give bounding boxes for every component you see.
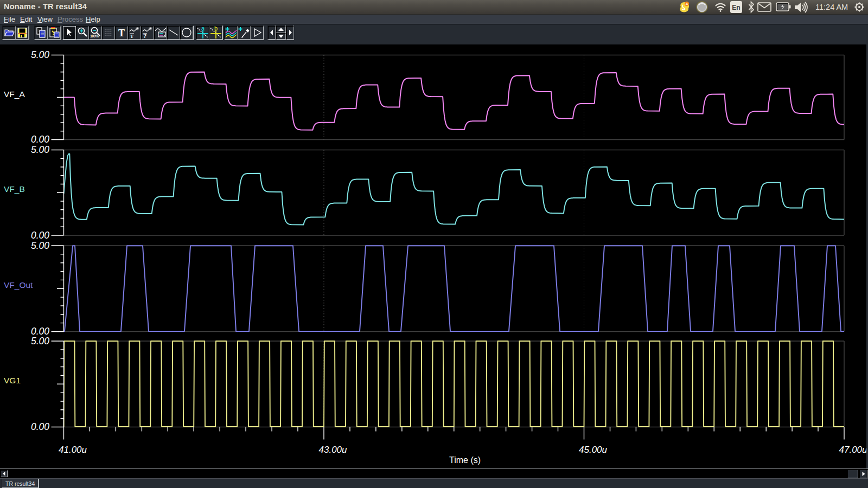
svg-text:b: b — [214, 26, 218, 31]
svg-text:5.00: 5.00 — [31, 336, 49, 346]
svg-text:5.00: 5.00 — [31, 240, 49, 251]
svg-text:0.00: 0.00 — [31, 421, 49, 432]
svg-text:?: ? — [143, 33, 146, 39]
svg-text:VG1: VG1 — [4, 376, 21, 385]
svg-text:4: 4 — [686, 2, 688, 6]
svg-text:47.00u: 47.00u — [839, 445, 868, 455]
svg-text:45.00u: 45.00u — [579, 445, 608, 455]
svg-text:VF_B: VF_B — [4, 184, 25, 194]
svg-text:VF_Out: VF_Out — [4, 280, 33, 290]
svg-text:0.00: 0.00 — [31, 230, 49, 241]
svg-text:5.00: 5.00 — [31, 144, 49, 155]
svg-text:0.00: 0.00 — [31, 134, 49, 145]
svg-text:41.00u: 41.00u — [59, 445, 87, 455]
svg-text:a: a — [201, 26, 205, 31]
svg-text:Time (s): Time (s) — [449, 455, 481, 465]
svg-text:5.00: 5.00 — [31, 49, 49, 60]
svg-text:T: T — [130, 34, 133, 39]
svg-text:T: T — [118, 28, 125, 38]
svg-text:43.00u: 43.00u — [319, 445, 348, 455]
svg-text:En: En — [732, 4, 740, 11]
svg-text:11:24 AM: 11:24 AM — [815, 3, 848, 11]
svg-text:100%: 100% — [90, 34, 99, 38]
svg-text:VF_A: VF_A — [4, 89, 25, 99]
